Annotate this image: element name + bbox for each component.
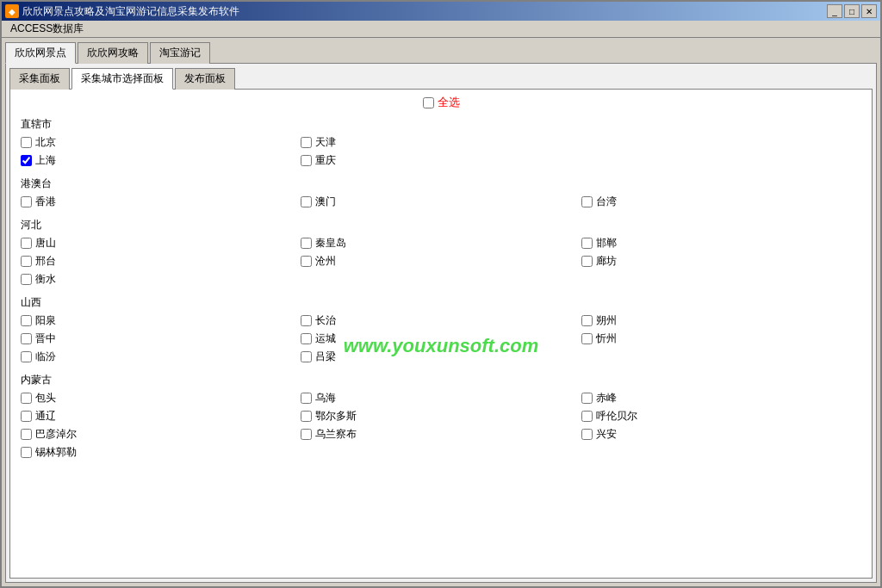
checkbox-hulunbeier[interactable] (581, 411, 593, 422)
checkbox-beijing[interactable] (21, 137, 32, 148)
checkbox-eerduosi[interactable] (301, 411, 312, 422)
scroll-area[interactable]: 直辖市 北京 天津 (10, 114, 872, 578)
tab2-publish[interactable]: 发布面板 (175, 68, 235, 90)
city-item-shanghai: 上海 (21, 153, 301, 168)
tab1-jingdian[interactable]: 欣欣网景点 (5, 42, 76, 64)
city-item-eerduosi: 鄂尔多斯 (301, 409, 581, 424)
checkbox-chifeng[interactable] (581, 393, 593, 404)
checkbox-xilingol[interactable] (21, 447, 32, 458)
tab2-collect[interactable]: 采集面板 (9, 68, 70, 90)
region-title-hebei: 河北 (21, 218, 861, 232)
region-zhixiashi: 直辖市 北京 天津 (21, 117, 861, 168)
checkbox-tongliao[interactable] (21, 411, 32, 422)
city-label-wuhai: 乌海 (315, 391, 336, 405)
city-item-yangquan: 阳泉 (21, 313, 301, 328)
checkbox-handan[interactable] (581, 238, 593, 249)
city-item-shuozhou: 朔州 (581, 313, 861, 328)
city-item-beijing: 北京 (21, 135, 301, 150)
city-item-empty1 (581, 135, 861, 150)
city-label-aomen: 澳门 (315, 195, 336, 209)
city-label-bayannaoer: 巴彦淖尔 (35, 427, 77, 442)
city-label-tangshan: 唐山 (35, 236, 56, 251)
tab-panel-2: 全选 www.youxunsoft.com 直辖市 北京 (9, 89, 873, 579)
main-window: ◆ 欣欣网景点攻略及淘宝网游记信息采集发布软件 _ □ ✕ ACCESS数据库 … (0, 0, 882, 588)
checkbox-shanghai[interactable] (21, 155, 32, 166)
city-item-wuhai: 乌海 (301, 391, 581, 405)
city-label-changzhi: 长治 (315, 313, 336, 328)
checkbox-xingtai[interactable] (21, 256, 32, 267)
checkbox-hengshui[interactable] (21, 274, 32, 285)
city-label-cangzhou: 沧州 (315, 254, 336, 269)
tab2-city-select[interactable]: 采集城市选择面板 (71, 68, 173, 90)
checkbox-langfang[interactable] (581, 256, 593, 267)
checkbox-taiwan[interactable] (581, 196, 593, 207)
main-content: 欣欣网景点 欣欣网攻略 淘宝游记 采集面板 采集城市选择面板 发布面板 (2, 38, 880, 586)
checkbox-yuncheng[interactable] (301, 333, 312, 344)
city-item-langfang: 廊坊 (581, 254, 861, 269)
tab-row-2: 采集面板 采集城市选择面板 发布面板 (9, 67, 873, 89)
city-item-xianggang: 香港 (21, 195, 301, 209)
city-item-linfen: 临汾 (21, 350, 301, 364)
checkbox-bayannaoer[interactable] (21, 429, 32, 440)
tab-row-1: 欣欣网景点 欣欣网攻略 淘宝游记 (5, 41, 877, 63)
checkbox-shuozhou[interactable] (581, 315, 593, 326)
checkbox-tianjin[interactable] (301, 137, 312, 148)
city-label-handan: 邯郸 (596, 236, 617, 251)
city-grid-zhixiashi: 北京 天津 上海 (21, 135, 861, 168)
city-label-xilingol: 锡林郭勒 (35, 445, 77, 460)
select-all-checkbox[interactable] (423, 97, 434, 108)
city-item-tongliao: 通辽 (21, 409, 301, 424)
city-grid-hebei: 唐山 秦皇岛 邯郸 (21, 236, 861, 287)
close-button[interactable]: ✕ (861, 4, 877, 18)
checkbox-aomen[interactable] (301, 196, 312, 207)
city-grid-neimenggu: 包头 乌海 赤峰 (21, 391, 861, 460)
city-label-wulanchabu: 乌兰察布 (315, 427, 357, 442)
checkbox-luliang[interactable] (301, 351, 312, 362)
checkbox-yangquan[interactable] (21, 315, 32, 326)
city-item-bayannaoer: 巴彦淖尔 (21, 427, 301, 442)
checkbox-baotou[interactable] (21, 393, 32, 404)
select-all-row: 全选 (10, 90, 872, 114)
checkbox-xingan[interactable] (581, 429, 593, 440)
minimize-button[interactable]: _ (827, 4, 842, 18)
tab1-youji[interactable]: 淘宝游记 (150, 42, 210, 64)
maximize-button[interactable]: □ (844, 4, 860, 18)
checkbox-xianggang[interactable] (21, 196, 32, 207)
city-item-luliang: 吕梁 (301, 350, 581, 364)
menu-bar: ACCESS数据库 (2, 21, 880, 38)
city-label-eerduosi: 鄂尔多斯 (315, 409, 357, 424)
city-item-xinzhou: 忻州 (581, 331, 861, 346)
bottom-spacer (21, 468, 861, 503)
region-neimenggu: 内蒙古 包头 乌海 (21, 373, 861, 460)
region-title-shanxi: 山西 (21, 295, 861, 310)
menu-item-access[interactable]: ACCESS数据库 (5, 20, 89, 38)
title-bar-title: ◆ 欣欣网景点攻略及淘宝网游记信息采集发布软件 (5, 4, 239, 19)
city-label-tianjin: 天津 (315, 135, 336, 150)
region-gangaotai: 港澳台 香港 澳门 (21, 176, 861, 209)
checkbox-chongqing[interactable] (301, 155, 312, 166)
checkbox-cangzhou[interactable] (301, 256, 312, 267)
city-label-beijing: 北京 (35, 135, 56, 150)
city-item-cangzhou: 沧州 (301, 254, 581, 269)
city-item-xingtai: 邢台 (21, 254, 301, 269)
checkbox-tangshan[interactable] (21, 238, 32, 249)
city-label-hengshui: 衡水 (35, 272, 56, 287)
title-bar: ◆ 欣欣网景点攻略及淘宝网游记信息采集发布软件 _ □ ✕ (2, 2, 880, 21)
checkbox-changzhi[interactable] (301, 315, 312, 326)
checkbox-qinhuangdao[interactable] (301, 238, 312, 249)
tab1-gonglue[interactable]: 欣欣网攻略 (78, 42, 148, 64)
city-label-baotou: 包头 (35, 391, 56, 405)
city-item-xilingol: 锡林郭勒 (21, 445, 301, 460)
checkbox-linfen[interactable] (21, 351, 32, 362)
checkbox-wuhai[interactable] (301, 393, 312, 404)
city-label-jinzhong: 晋中 (35, 331, 56, 346)
checkbox-xinzhou[interactable] (581, 333, 593, 344)
city-item-tianjin: 天津 (301, 135, 581, 150)
checkbox-wulanchabu[interactable] (301, 429, 312, 440)
city-item-chongqing: 重庆 (301, 153, 581, 168)
city-item-qinhuangdao: 秦皇岛 (301, 236, 581, 251)
checkbox-jinzhong[interactable] (21, 333, 32, 344)
city-item-hulunbeier: 呼伦贝尔 (581, 409, 861, 424)
city-item-chifeng: 赤峰 (581, 391, 861, 405)
city-item-tangshan: 唐山 (21, 236, 301, 251)
